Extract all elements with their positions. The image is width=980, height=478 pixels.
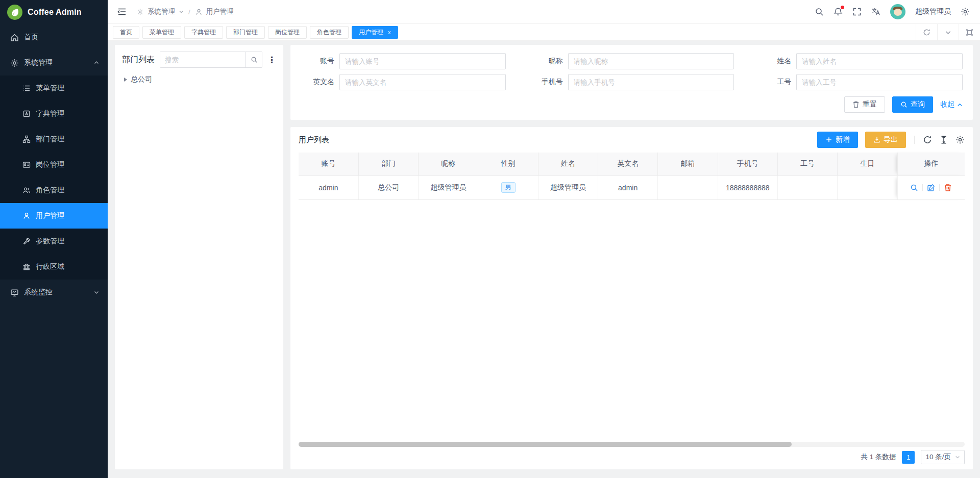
org-tree-icon [22, 135, 31, 143]
refresh-icon[interactable] [923, 135, 932, 144]
tab-close-icon[interactable]: x [388, 29, 391, 35]
sidebar-item-menu-mgmt[interactable]: 菜单管理 [0, 76, 108, 101]
sidebar-menu: 首页 系统管理 菜单管理 字典管理 部门管理 [0, 24, 108, 478]
view-magnifier-icon[interactable] [910, 184, 918, 192]
en-name-input[interactable] [339, 74, 506, 90]
search-label: 查询 [911, 100, 925, 109]
main-area: 系统管理 / 用户管理 [108, 0, 980, 478]
department-search-input[interactable] [160, 52, 246, 67]
filter-field-en-name: 英文名 [299, 74, 506, 90]
tabbar-tools [916, 24, 980, 40]
phone-input[interactable] [568, 74, 734, 90]
sidebar-item-system-monitor[interactable]: 系统监控 [0, 280, 108, 305]
brand: Coffee Admin [0, 0, 108, 24]
tab-refresh-icon[interactable] [916, 24, 937, 40]
edit-icon[interactable] [927, 184, 935, 192]
username[interactable]: 超级管理员 [915, 7, 951, 16]
wrench-icon [22, 237, 31, 245]
sidebar-item-param-mgmt[interactable]: 参数管理 [0, 229, 108, 254]
search-icon[interactable] [815, 7, 824, 16]
tree-expand-arrow-icon[interactable] [124, 78, 127, 82]
dictionary-icon [22, 110, 31, 118]
department-panel: 部门列表 ⋮ 总公司 [115, 45, 283, 469]
name-input[interactable] [796, 53, 963, 69]
filter-card: 账号 昵称 姓名 英文名 [290, 45, 973, 120]
tab-dropdown-chevron-icon[interactable] [937, 24, 959, 40]
table-row[interactable]: admin 总公司 超级管理员 男 超级管理员 admin 1888888888… [299, 175, 965, 199]
cell-gender: 男 [478, 175, 538, 199]
sidebar-item-dept-mgmt[interactable]: 部门管理 [0, 127, 108, 152]
pagination-page-1[interactable]: 1 [902, 451, 915, 464]
tab-dept-mgmt[interactable]: 部门管理 [226, 26, 265, 39]
tab-label: 角色管理 [317, 28, 341, 37]
department-search-button[interactable] [246, 52, 262, 67]
tab-maximize-icon[interactable] [959, 24, 980, 40]
more-options-icon[interactable]: ⋮ [267, 56, 276, 64]
row-height-icon[interactable] [939, 135, 948, 144]
department-tree: 总公司 [122, 68, 276, 84]
sidebar-item-home[interactable]: 首页 [0, 24, 108, 50]
search-button[interactable]: 查询 [892, 96, 933, 113]
sidebar-item-label: 行政区域 [36, 262, 64, 271]
action-divider [939, 184, 940, 191]
export-button[interactable]: 导出 [865, 132, 906, 148]
download-icon [873, 136, 880, 143]
tab-user-mgmt-active[interactable]: 用户管理 x [352, 26, 398, 39]
sidebar-item-system-mgmt[interactable]: 系统管理 [0, 50, 108, 76]
filter-grid: 账号 昵称 姓名 英文名 [299, 53, 963, 90]
tab-label: 首页 [120, 28, 132, 37]
gender-tag: 男 [501, 182, 516, 193]
tab-label: 用户管理 [359, 28, 383, 37]
col-account: 账号 [299, 153, 358, 175]
tab-label: 菜单管理 [150, 28, 174, 37]
bank-icon [22, 263, 31, 271]
sidebar-item-region-mgmt[interactable]: 行政区域 [0, 254, 108, 280]
filter-field-name: 姓名 [755, 53, 963, 69]
plus-icon [825, 136, 832, 143]
tab-post-mgmt[interactable]: 岗位管理 [268, 26, 307, 39]
tabbar: 首页 菜单管理 字典管理 部门管理 岗位管理 角色管理 用户管理 x [108, 24, 980, 41]
translate-icon[interactable] [871, 7, 880, 16]
collapse-link[interactable]: 收起 [940, 100, 963, 109]
cell-email [658, 175, 718, 199]
action-divider [922, 184, 923, 191]
sidebar-item-post-mgmt[interactable]: 岗位管理 [0, 152, 108, 178]
table-empty-area [299, 200, 965, 442]
sidebar-item-label: 系统监控 [24, 288, 93, 297]
page-size-select[interactable]: 10 条/页 [921, 450, 965, 464]
nickname-input[interactable] [568, 53, 734, 69]
tab-label: 字典管理 [191, 28, 216, 37]
user-list-title: 用户列表 [299, 135, 329, 145]
scrollbar-thumb[interactable] [299, 442, 792, 447]
cell-phone: 18888888888 [718, 175, 777, 199]
col-phone: 手机号 [718, 153, 777, 175]
avatar[interactable] [890, 4, 905, 19]
sidebar-item-user-mgmt[interactable]: 用户管理 [0, 203, 108, 229]
add-user-button[interactable]: 新增 [817, 132, 858, 148]
sidebar-item-role-mgmt[interactable]: 角色管理 [0, 178, 108, 203]
settings-gear-icon[interactable] [961, 7, 970, 16]
notification-bell-icon[interactable] [834, 7, 843, 16]
trash-icon [852, 101, 860, 108]
right-column: 账号 昵称 姓名 英文名 [290, 45, 973, 469]
fullscreen-icon[interactable] [852, 7, 862, 16]
tab-role-mgmt[interactable]: 角色管理 [310, 26, 349, 39]
account-input[interactable] [339, 53, 506, 69]
menu-fold-icon[interactable] [117, 7, 127, 17]
cell-account: admin [299, 175, 358, 199]
work-no-input[interactable] [796, 74, 963, 90]
breadcrumb-group[interactable]: 系统管理 [148, 7, 175, 16]
column-settings-gear-icon[interactable] [955, 135, 965, 144]
reset-button[interactable]: 重置 [844, 96, 885, 113]
sidebar-item-label: 菜单管理 [36, 84, 64, 93]
home-icon [10, 33, 19, 42]
tab-dict-mgmt[interactable]: 字典管理 [184, 26, 223, 39]
gear-icon [136, 8, 144, 16]
delete-trash-icon[interactable] [944, 184, 952, 192]
sidebar-item-dict-mgmt[interactable]: 字典管理 [0, 101, 108, 127]
pagination: 共 1 条数据 1 10 条/页 [299, 447, 965, 469]
tab-home[interactable]: 首页 [113, 26, 139, 39]
tab-menu-mgmt[interactable]: 菜单管理 [142, 26, 181, 39]
tree-node-root[interactable]: 总公司 [122, 75, 276, 84]
chevron-down-icon [179, 9, 184, 14]
